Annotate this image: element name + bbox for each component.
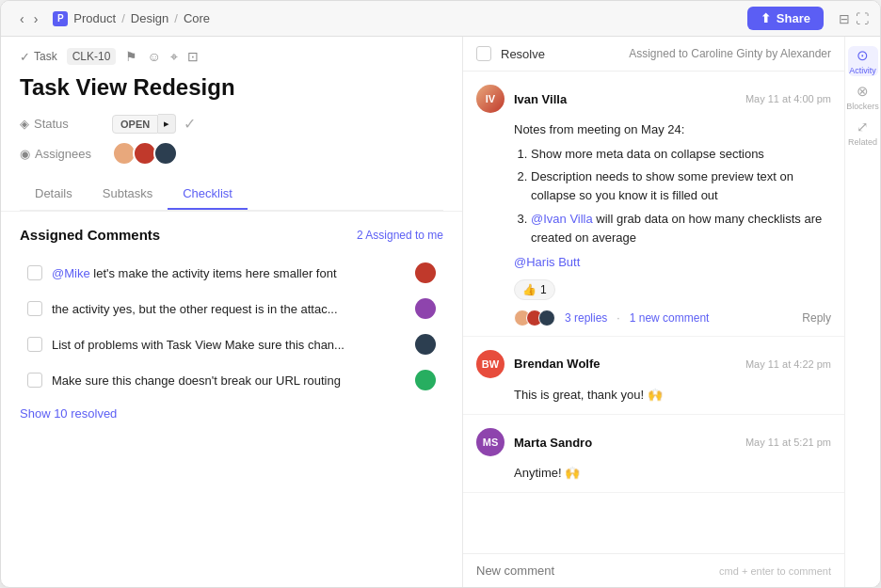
task-fields: ◈ Status OPEN ▸ ✓ ◉ Assignees — [20, 114, 443, 166]
avatar-marta: MS — [476, 428, 505, 456]
checklist-text-1: @Mike let's make the activity items here… — [52, 266, 406, 280]
checklist-item: List of problems with Task View Make sur… — [20, 327, 443, 361]
reaction-emoji: 👍 — [522, 283, 537, 296]
checklist-text-4: Make sure this change doesn't break our … — [52, 373, 406, 388]
sidebar-icon-activity[interactable]: ⊙ Activity — [848, 46, 878, 76]
task-header: ✓ Task CLK-10 ⚑ ☺ ⌖ ⊡ Task View Redesign… — [1, 37, 462, 212]
status-field-label: ◈ Status — [20, 117, 104, 131]
breadcrumb-product[interactable]: Product — [73, 11, 116, 25]
breadcrumb: P Product / Design / Core — [53, 11, 210, 26]
replies-text[interactable]: 3 replies — [565, 311, 607, 325]
list-item-2: Description needs to show some preview t… — [531, 167, 831, 205]
fullscreen-button[interactable]: ⛶ — [856, 11, 869, 26]
breadcrumb-design[interactable]: Design — [131, 11, 168, 25]
nav-arrows: ‹ › — [16, 9, 41, 28]
assignees-field: ◉ Assignees — [20, 141, 443, 166]
comment-footer-ivan: 3 replies · 1 new comment Reply — [514, 310, 831, 326]
new-comment-input[interactable] — [476, 564, 719, 578]
comment-block-marta: MS Marta Sandro May 11 at 5:21 pm Anytim… — [463, 415, 844, 493]
status-open-label[interactable]: OPEN — [112, 115, 158, 134]
status-badge: OPEN ▸ ✓ — [112, 114, 196, 134]
avatar-ivan: IV — [476, 85, 505, 113]
resolve-meta: Assigned to Caroline Ginty by Alexander — [629, 47, 831, 60]
nav-back-button[interactable]: ‹ — [16, 9, 28, 28]
emoji-icon[interactable]: ☺ — [147, 49, 160, 64]
resolve-checkbox[interactable] — [476, 46, 491, 61]
left-panel: ✓ Task CLK-10 ⚑ ☺ ⌖ ⊡ Task View Redesign… — [1, 37, 463, 587]
comment-time-brendan: May 11 at 4:22 pm — [745, 358, 831, 370]
main-content: ✓ Task CLK-10 ⚑ ☺ ⌖ ⊡ Task View Redesign… — [1, 37, 880, 587]
comment-body-marta: Anytime! 🙌 — [514, 464, 831, 483]
related-label: Related — [848, 137, 877, 147]
share-icon: ⬆ — [761, 11, 771, 25]
share-button[interactable]: ⬆ Share — [747, 7, 824, 30]
comments-list: IV Ivan Villa May 11 at 4:00 pm Notes fr… — [463, 72, 844, 553]
checklist-avatar-3 — [415, 334, 436, 355]
assigned-badge[interactable]: 2 Assigned to me — [357, 229, 443, 242]
check-box-2[interactable] — [27, 301, 42, 316]
resolve-label: Resolve — [501, 47, 545, 61]
task-type-icon: ✓ — [20, 50, 30, 64]
checklist-text-2: the activity yes, but the other request … — [52, 302, 406, 316]
reply-avatars — [514, 310, 555, 326]
comment-body-ivan: Notes from meeting on May 24: Show more … — [514, 120, 831, 272]
title-bar: ‹ › P Product / Design / Core ⬆ Share ⊟ … — [1, 1, 880, 37]
checklist-avatar-1 — [415, 262, 436, 283]
breadcrumb-core[interactable]: Core — [184, 11, 210, 25]
footer-mention[interactable]: @Haris Butt — [514, 255, 580, 269]
avatar-brendan: BW — [476, 350, 505, 378]
mention-mike: @Mike — [52, 266, 90, 280]
task-meta: ✓ Task CLK-10 ⚑ ☺ ⌖ ⊡ — [20, 48, 443, 65]
reply-button[interactable]: Reply — [802, 311, 831, 325]
checklist-item: the activity yes, but the other request … — [20, 292, 443, 326]
tab-subtasks[interactable]: Subtasks — [88, 179, 168, 210]
check-box-4[interactable] — [27, 373, 42, 388]
comment-body-brendan: This is great, thank you! 🙌 — [514, 386, 831, 405]
sidebar-icon-related[interactable]: ⤢ Related — [848, 118, 878, 148]
show-resolved-link[interactable]: Show 10 resolved — [20, 406, 117, 421]
share-label: Share — [777, 11, 810, 25]
comment-panel: Resolve Assigned to Caroline Ginty by Al… — [463, 37, 844, 587]
new-comment-hint: cmd + enter to comment — [719, 565, 831, 577]
assignees-icon: ◉ — [20, 147, 30, 161]
new-comment-bar: cmd + enter to comment — [463, 553, 844, 587]
minimize-button[interactable]: ⊟ — [839, 11, 850, 26]
reaction-count: 1 — [540, 283, 547, 296]
comment-preamble: Notes from meeting on May 24: — [514, 120, 831, 139]
check-box-3[interactable] — [27, 337, 42, 352]
dot-sep: · — [617, 311, 619, 325]
new-comment-badge[interactable]: 1 new comment — [630, 311, 710, 325]
image-icon[interactable]: ⊡ — [187, 49, 199, 64]
reply-avatar-3 — [538, 310, 555, 326]
checklist-avatar-2 — [415, 298, 436, 319]
nav-forward-button[interactable]: › — [30, 9, 42, 28]
section-header: Assigned Comments 2 Assigned to me — [20, 227, 443, 243]
task-type-label: Task — [34, 50, 57, 63]
list-item-1: Show more meta data on collapse sections — [531, 145, 831, 164]
app-icon: P — [53, 11, 68, 26]
flag-icon[interactable]: ⚑ — [125, 49, 137, 64]
comment-top-brendan: BW Brendan Wolfe May 11 at 4:22 pm — [476, 350, 831, 378]
related-icon: ⤢ — [857, 119, 869, 135]
comment-reactions: 👍 1 — [514, 279, 831, 300]
comment-time-ivan: May 11 at 4:00 pm — [745, 93, 831, 104]
status-arrow[interactable]: ▸ — [158, 114, 176, 134]
sidebar-icon-blockers[interactable]: ⊗ Blockers — [848, 82, 878, 112]
mention-ivan[interactable]: @Ivan Villa — [531, 212, 593, 226]
activity-sidebar: ⊙ Activity ⊗ Blockers ⤢ Related — [844, 37, 880, 587]
tag-icon[interactable]: ⌖ — [170, 49, 178, 65]
comment-top-marta: MS Marta Sandro May 11 at 5:21 pm — [476, 428, 831, 456]
reaction-thumbsup[interactable]: 👍 1 — [514, 279, 555, 300]
task-body: Assigned Comments 2 Assigned to me @Mike… — [1, 212, 462, 587]
comment-block-ivan: IV Ivan Villa May 11 at 4:00 pm Notes fr… — [463, 72, 844, 337]
check-box-1[interactable] — [27, 265, 42, 280]
tab-details[interactable]: Details — [20, 179, 88, 210]
comment-text-marta: Anytime! 🙌 — [514, 464, 831, 483]
avatar-3[interactable] — [153, 141, 178, 166]
checklist-item: Make sure this change doesn't break our … — [20, 363, 443, 397]
checklist-text-3: List of problems with Task View Make sur… — [52, 338, 406, 352]
tab-checklist[interactable]: Checklist — [168, 179, 248, 210]
task-type: ✓ Task — [20, 50, 57, 64]
section-title: Assigned Comments — [20, 227, 160, 243]
status-check[interactable]: ✓ — [184, 115, 196, 133]
